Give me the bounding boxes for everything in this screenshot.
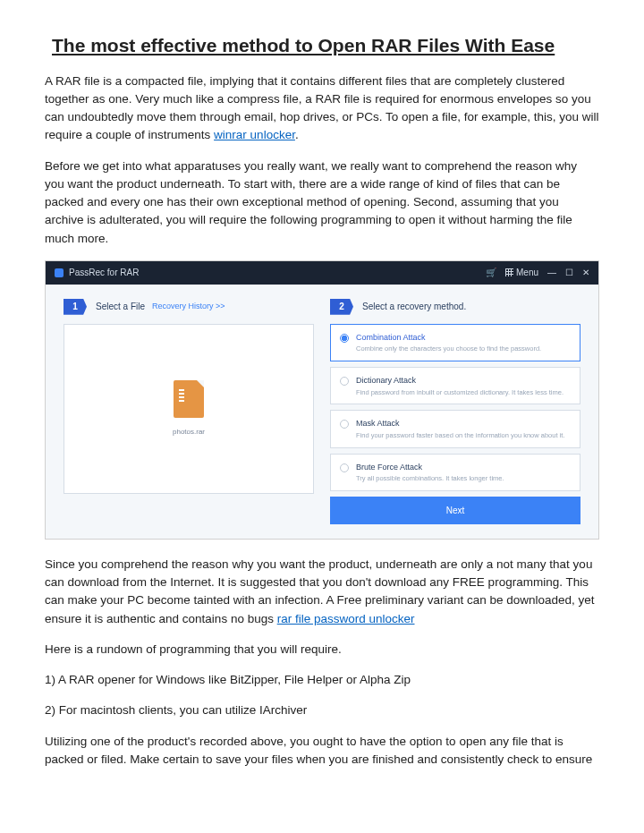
cart-icon[interactable]: 🛒	[486, 266, 496, 279]
app-titlebar: PassRec for RAR 🛒 Menu — ☐ ✕	[46, 261, 598, 285]
recovery-history-link[interactable]: Recovery History >>	[152, 301, 225, 313]
file-drop-area[interactable]: photos.rar	[64, 324, 314, 494]
winrar-unlocker-link[interactable]: winrar unlocker	[214, 128, 295, 141]
selected-filename: photos.rar	[173, 427, 205, 438]
step-1-panel: 1 Select a File Recovery History >> phot…	[64, 299, 314, 524]
next-button[interactable]: Next	[330, 497, 580, 524]
option-brute-force-attack[interactable]: Brute Force AttackTry all possible combi…	[330, 454, 580, 491]
shield-icon	[55, 268, 64, 277]
minimize-icon[interactable]: —	[547, 266, 556, 279]
paragraph-3: Since you comprehend the reason why you …	[45, 556, 599, 628]
list-item-2: 2) For macintosh clients, you can utiliz…	[45, 701, 599, 719]
step-2-badge: 2	[330, 299, 353, 315]
step-2-title: Select a recovery method.	[362, 300, 466, 313]
list-item-1: 1) A RAR opener for Windows like BitZipp…	[45, 671, 599, 689]
radio-icon	[340, 420, 349, 429]
page-title: The most effective method to Open RAR Fi…	[52, 31, 599, 60]
option-combination-attack[interactable]: Combination AttackCombine only the chara…	[330, 324, 580, 361]
step-1-badge: 1	[64, 299, 87, 315]
option-dictionary-attack[interactable]: Dictionary AttackFind password from inbu…	[330, 367, 580, 404]
paragraph-2: Before we get into what apparatuses you …	[45, 157, 599, 248]
passrec-app-screenshot: PassRec for RAR 🛒 Menu — ☐ ✕ 1 Select a …	[45, 260, 599, 540]
paragraph-4: Here is a rundown of programming that yo…	[45, 641, 599, 659]
step-2-panel: 2 Select a recovery method. Combination …	[330, 299, 580, 524]
step-1-title: Select a File	[96, 300, 145, 313]
radio-icon	[340, 334, 349, 343]
close-icon[interactable]: ✕	[582, 266, 589, 279]
rar-file-icon	[174, 380, 204, 418]
maximize-icon[interactable]: ☐	[565, 266, 573, 279]
paragraph-1: A RAR file is a compacted file, implying…	[45, 72, 599, 145]
app-name: PassRec for RAR	[69, 266, 139, 279]
radio-icon	[340, 463, 349, 472]
paragraph-7: Utilizing one of the product's recorded …	[45, 733, 599, 769]
rar-password-unlocker-link[interactable]: rar file password unlocker	[277, 612, 415, 625]
radio-icon	[340, 377, 349, 386]
option-mask-attack[interactable]: Mask AttackFind your password faster bas…	[330, 410, 580, 447]
menu-button[interactable]: Menu	[505, 266, 538, 279]
